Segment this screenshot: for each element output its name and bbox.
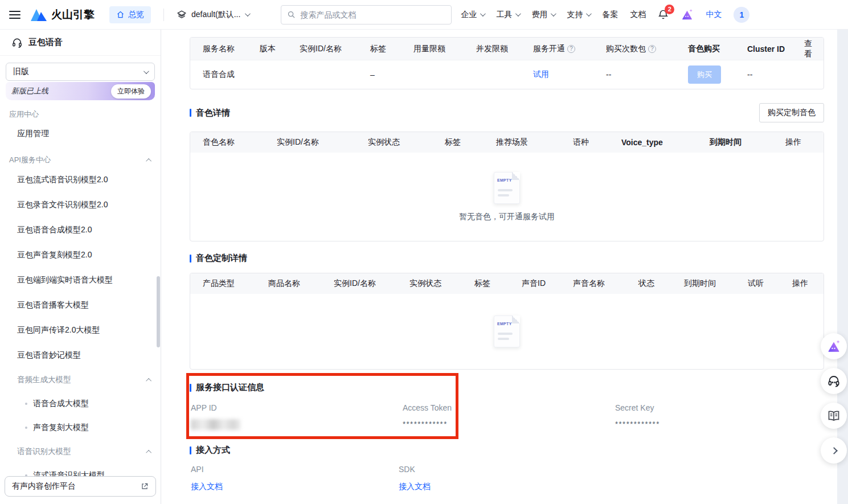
col-voice-type: Voice_type <box>621 138 710 147</box>
sidebar-item-miaoji[interactable]: 豆包语音妙记模型 <box>0 343 161 368</box>
notification-bell[interactable]: 2 <box>658 9 669 20</box>
col-tag: 标签 <box>370 44 413 54</box>
customer-service-fab[interactable] <box>821 368 847 394</box>
chevron-down-icon <box>480 11 486 17</box>
secret-key-value: ************ <box>615 420 824 428</box>
col-instance-status: 实例状态 <box>368 137 445 147</box>
avatar[interactable]: 1 <box>734 7 749 23</box>
sidebar-item-voice-clone-2[interactable]: 豆包声音复刻模型2.0 <box>0 243 161 268</box>
sidebar-item-e2e-realtime[interactable]: 豆包端到端实时语音大模型 <box>0 268 161 293</box>
topbar-divider <box>163 9 164 21</box>
menu-tools[interactable]: 工具 <box>496 10 519 20</box>
sidebar-item-simul-interp[interactable]: 豆包同声传译2.0大模型 <box>0 318 161 343</box>
col-status: 状态 <box>638 278 684 289</box>
trial-link[interactable]: 试用 <box>533 69 606 80</box>
audio-creation-platform-link[interactable]: 有声内容创作平台 <box>5 476 156 497</box>
collapse-panel-fab[interactable] <box>821 437 847 464</box>
subgroup-label: 语音识别大模型 <box>17 446 71 457</box>
menu-label: 工具 <box>496 10 512 20</box>
ai-assistant-fab[interactable] <box>821 333 847 359</box>
empty-document-icon: EMPTY <box>494 315 520 347</box>
sidebar-scrollbar[interactable] <box>157 276 160 347</box>
col-instance: 实例ID/名称 <box>300 44 370 54</box>
cell-voice-buy: 购买 <box>688 65 747 84</box>
subgroup-label: 音频生成大模型 <box>17 375 71 385</box>
sidebar-item-tts-large[interactable]: 语音合成大模型 <box>0 392 161 416</box>
sidebar-item-stream-asr-2[interactable]: 豆包流式语音识别模型2.0 <box>0 167 161 192</box>
secret-key-field: Secret Key ************ <box>615 403 824 430</box>
search-box <box>281 5 452 24</box>
service-table-header: 服务名称 版本 实例ID/名称 标签 用量限额 并发限额 服务开通? 购买次数包… <box>190 38 824 60</box>
search-icon <box>287 10 296 19</box>
access-token-value: ************ <box>403 420 615 428</box>
menu-label: 支持 <box>567 10 583 20</box>
col-tag: 标签 <box>474 278 522 289</box>
sidebar-item-label: 豆包流式语音识别模型2.0 <box>17 175 108 185</box>
sidebar-item-file-asr-2[interactable]: 豆包录音文件识别模型2.0 <box>0 192 161 218</box>
col-open-label: 服务开通 <box>533 44 565 54</box>
link-docs[interactable]: 文档 <box>630 10 646 20</box>
hamburger-menu-icon[interactable] <box>9 11 21 19</box>
group-app-center: 应用中心 <box>0 100 161 122</box>
help-icon[interactable]: ? <box>648 45 656 53</box>
overview-button[interactable]: 总览 <box>109 6 151 23</box>
sidebar-item-clone-large[interactable]: 声音复刻大模型 <box>0 416 161 440</box>
sidebar-item-tts-2[interactable]: 豆包语音合成模型2.0 <box>0 218 161 243</box>
group-api-center[interactable]: API服务中心 <box>0 146 161 167</box>
section-title-label: 服务接口认证信息 <box>196 382 264 393</box>
col-voice-id: 声音ID <box>522 278 573 289</box>
buy-custom-voice-button[interactable]: 购买定制音色 <box>759 103 824 122</box>
buy-button[interactable]: 购买 <box>688 65 721 84</box>
menu-enterprise[interactable]: 企业 <box>461 10 484 20</box>
app-id-field: APP ID <box>191 403 403 430</box>
sidebar-item-podcast[interactable]: 豆包语音播客大模型 <box>0 293 161 318</box>
chevron-up-icon <box>146 158 151 163</box>
link-beian[interactable]: 备案 <box>602 10 618 20</box>
ai-mountain-icon <box>826 339 841 354</box>
main-content: 服务名称 版本 实例ID/名称 标签 用量限额 并发限额 服务开通? 购买次数包… <box>161 30 848 504</box>
sidebar-item-label: 豆包端到端实时语音大模型 <box>17 275 113 285</box>
menu-billing[interactable]: 费用 <box>531 10 555 20</box>
title-accent-bar <box>190 109 191 117</box>
sidebar-item-app-manage[interactable]: 应用管理 <box>0 122 161 146</box>
help-icon[interactable]: ? <box>567 45 575 53</box>
col-view: 查看 <box>804 39 818 59</box>
chevron-up-icon <box>146 378 151 383</box>
documentation-fab[interactable] <box>821 403 847 429</box>
title-accent-bar <box>190 255 191 263</box>
col-version: 版本 <box>260 44 300 54</box>
col-concurrency: 并发限额 <box>476 44 533 54</box>
sidebar-item-label: 语音合成大模型 <box>33 399 89 409</box>
title-accent-bar <box>190 384 191 392</box>
volcengine-logo[interactable]: 火山引擎 <box>31 7 95 22</box>
empty-document-icon: EMPTY <box>494 172 520 204</box>
cell-package: -- <box>606 70 688 79</box>
ai-assistant-icon[interactable] <box>681 8 694 21</box>
sidebar-item-label: 应用管理 <box>17 129 49 139</box>
group-label: 应用中心 <box>9 109 39 120</box>
subgroup-asr[interactable]: 语音识别大模型 <box>0 440 161 464</box>
col-expire: 到期时间 <box>684 278 748 289</box>
headset-ai-icon <box>11 37 23 48</box>
voice-table-empty-state: EMPTY 暂无音色，可开通服务试用 <box>190 153 824 241</box>
cell-cluster-id: -- <box>747 70 804 79</box>
topbar-right: 企业 工具 费用 支持 备案 文档 2 中文 1 <box>461 7 749 23</box>
col-voice-name: 声音名称 <box>573 278 638 289</box>
empty-icon-label: EMPTY <box>497 178 512 182</box>
search-input[interactable] <box>300 10 445 19</box>
sdk-doc-link[interactable]: 接入文档 <box>399 482 431 491</box>
col-actions: 操作 <box>792 278 818 289</box>
subgroup-audio-gen[interactable]: 音频生成大模型 <box>0 368 161 392</box>
api-doc-link[interactable]: 接入文档 <box>191 482 223 491</box>
col-voice-buy: 音色购买 <box>688 44 747 54</box>
custom-voice-title: 音色定制详情 <box>190 253 247 264</box>
menu-support[interactable]: 支持 <box>567 10 590 20</box>
sdk-access-field: SDK 接入文档 <box>399 465 824 492</box>
try-now-button[interactable]: 立即体验 <box>111 84 151 99</box>
version-select[interactable]: 旧版 <box>6 63 155 81</box>
language-switch[interactable]: 中文 <box>706 10 722 20</box>
sidebar-item-label: 豆包语音妙记模型 <box>17 350 81 360</box>
page-scrollbar-track[interactable] <box>837 30 848 504</box>
section-title-label: 音色详情 <box>196 108 230 118</box>
project-selector[interactable]: default(默认... <box>177 10 249 20</box>
